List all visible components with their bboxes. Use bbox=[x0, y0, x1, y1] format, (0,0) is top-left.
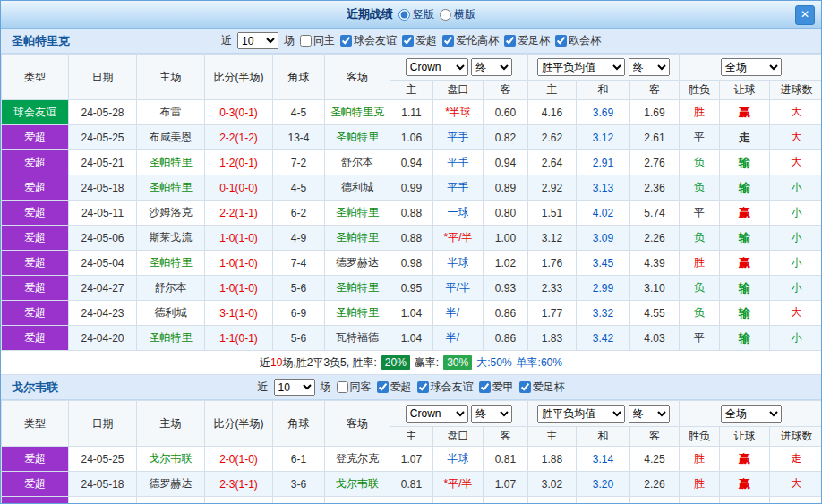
odds-home: 0.95 bbox=[390, 276, 433, 301]
odds-away: 0.80 bbox=[484, 201, 528, 226]
league-filter-checkbox[interactable] bbox=[417, 381, 429, 393]
league-filter-option[interactable]: 爱足杯 bbox=[519, 380, 565, 395]
league-filter-option[interactable]: 欧会杯 bbox=[555, 33, 601, 48]
scope-select[interactable]: 全场 bbox=[721, 58, 782, 76]
match-row: 爱超 24-04-23 德利城 3-1(1-0) 6-9 圣帕特里 1.04 半… bbox=[2, 301, 822, 326]
recent-results-window: 近期战绩 竖版 横版 ✕ 圣帕特里克 近 10 场 同主 球会友谊爱超爱伦高杯爱… bbox=[0, 0, 822, 504]
home-team[interactable]: 圣帕特里 bbox=[137, 150, 205, 175]
league-filter-option[interactable]: 爱超 bbox=[402, 33, 437, 48]
corner-count: 5-6 bbox=[273, 276, 325, 301]
away-team[interactable]: 斯莱戈流 bbox=[325, 497, 390, 504]
col-away-header: 客场 bbox=[325, 55, 390, 100]
avg-home-odds: 1.76 bbox=[528, 251, 577, 276]
layout-vertical-option[interactable]: 竖版 bbox=[398, 7, 434, 22]
home-team[interactable]: 布咸美恩 bbox=[137, 125, 205, 150]
result-wdl: 负 bbox=[680, 276, 720, 301]
odds-home: 0.99 bbox=[390, 175, 433, 201]
league-filter-option[interactable]: 球会友谊 bbox=[417, 380, 474, 395]
avg-odds-select[interactable]: 胜平负均值 bbox=[537, 405, 625, 423]
away-team[interactable]: 圣帕特里 bbox=[325, 201, 390, 226]
same-venue-filter[interactable]: 同客 bbox=[337, 380, 372, 395]
result-handicap: 赢 bbox=[720, 472, 770, 497]
avg-odds-select[interactable]: 胜平负均值 bbox=[537, 58, 625, 76]
league-filter-checkbox[interactable] bbox=[377, 381, 389, 393]
same-venue-checkbox[interactable] bbox=[300, 35, 312, 47]
score: 0-1(0-0) bbox=[205, 175, 273, 201]
league-filter-option[interactable]: 爱超 bbox=[377, 380, 412, 395]
home-team[interactable]: 德利城 bbox=[137, 301, 205, 326]
vertical-radio[interactable] bbox=[398, 9, 410, 21]
avg-home-odds: 3.12 bbox=[528, 226, 577, 251]
corner-count: 6-9 bbox=[273, 301, 325, 326]
away-team[interactable]: 圣帕特里 bbox=[325, 226, 390, 251]
avg-draw-odds: 3.45 bbox=[577, 251, 630, 276]
league-filter-checkbox[interactable] bbox=[555, 35, 567, 47]
result-wdl: 负 bbox=[680, 301, 720, 326]
odds-away: 0.81 bbox=[484, 447, 528, 472]
layout-horizontal-option[interactable]: 横版 bbox=[440, 7, 475, 22]
home-team[interactable]: 戈尔韦联 bbox=[137, 497, 205, 504]
avg-draw-odds: 3.69 bbox=[577, 100, 630, 125]
match-count-select[interactable]: 10 bbox=[237, 32, 278, 49]
home-team[interactable]: 沙姆洛克 bbox=[137, 201, 205, 226]
away-team[interactable]: 戈尔韦联 bbox=[325, 472, 390, 497]
bookmaker-select[interactable]: Crown bbox=[406, 58, 468, 76]
match-row: 爱超 24-05-25 布咸美恩 2-2(1-2) 13-4 圣帕特里 1.06… bbox=[2, 125, 822, 150]
away-team[interactable]: 舒尔本 bbox=[325, 150, 390, 175]
match-row: 爱超 24-04-20 圣帕特里 1-1(0-1) 5-6 瓦特福德 1.04 … bbox=[2, 326, 822, 351]
away-team[interactable]: 圣帕特里 bbox=[325, 301, 390, 326]
away-team[interactable]: 圣帕特里 bbox=[325, 276, 390, 301]
away-team[interactable]: 德利城 bbox=[325, 175, 390, 201]
summary-text: 近10场,胜2平3负5, 胜率: bbox=[260, 355, 377, 371]
league-filter-list: 球会友谊爱超爱伦高杯爱足杯欧会杯 bbox=[340, 33, 601, 48]
home-team[interactable]: 圣帕特里 bbox=[137, 326, 205, 351]
same-venue-checkbox[interactable] bbox=[337, 381, 348, 393]
league-filter-option[interactable]: 球会友谊 bbox=[340, 33, 397, 48]
col-away-header: 客场 bbox=[325, 401, 390, 447]
col-corner-header: 角球 bbox=[273, 55, 325, 100]
horizontal-radio[interactable] bbox=[440, 9, 451, 21]
home-team[interactable]: 圣帕特里 bbox=[137, 251, 205, 276]
league-filter-option[interactable]: 爱足杯 bbox=[504, 33, 550, 48]
same-venue-filter[interactable]: 同主 bbox=[300, 33, 335, 48]
match-count-select[interactable]: 10 bbox=[274, 379, 315, 396]
result-goals: 大 bbox=[770, 150, 822, 175]
avg-final-select[interactable]: 终 bbox=[629, 58, 670, 76]
results-table-1: 类型 日期 主场 比分(半场) 角球 客场 Crown 终 胜平负均值 终 全场 bbox=[1, 54, 822, 351]
league-filter-option[interactable]: 爱甲 bbox=[479, 380, 514, 395]
league-filter-checkbox[interactable] bbox=[519, 381, 531, 393]
home-team[interactable]: 圣帕特里 bbox=[137, 175, 205, 201]
home-team[interactable]: 斯莱戈流 bbox=[137, 226, 205, 251]
col-goals-header: 进球数 bbox=[770, 427, 822, 447]
result-handicap: 赢 bbox=[720, 447, 770, 472]
league-filter-option[interactable]: 爱伦高杯 bbox=[442, 33, 499, 48]
home-team[interactable]: 德罗赫达 bbox=[137, 472, 205, 497]
home-team[interactable]: 布雷 bbox=[137, 100, 205, 125]
final-odds-select[interactable]: 终 bbox=[471, 58, 512, 76]
away-team[interactable]: 瓦特福德 bbox=[325, 326, 390, 351]
col-score-header: 比分(半场) bbox=[205, 401, 273, 447]
final-odds-select[interactable]: 终 bbox=[471, 405, 512, 423]
result-wdl: 胜 bbox=[680, 472, 720, 497]
close-button[interactable]: ✕ bbox=[795, 5, 815, 25]
home-team[interactable]: 戈尔韦联 bbox=[137, 447, 205, 472]
scope-select[interactable]: 全场 bbox=[721, 405, 782, 423]
match-row: 爱超 24-05-11 戈尔韦联 0-0(0-0) 5-3 斯莱戈流 1.06 … bbox=[2, 497, 822, 504]
league-filter-checkbox[interactable] bbox=[504, 35, 516, 47]
avg-group-header: 胜平负均值 终 bbox=[528, 55, 680, 81]
league-filter-checkbox[interactable] bbox=[402, 35, 414, 47]
league-filter-checkbox[interactable] bbox=[479, 381, 491, 393]
avg-final-select[interactable]: 终 bbox=[629, 405, 670, 423]
league-filter-checkbox[interactable] bbox=[442, 35, 454, 47]
away-team[interactable]: 登克尔克 bbox=[325, 447, 390, 472]
away-team[interactable]: 圣帕特里克 bbox=[325, 100, 390, 125]
home-team[interactable]: 舒尔本 bbox=[137, 276, 205, 301]
league-filter-checkbox[interactable] bbox=[340, 35, 352, 47]
away-team[interactable]: 德罗赫达 bbox=[325, 251, 390, 276]
odds-home: 0.98 bbox=[390, 251, 433, 276]
avg-home-odds: 4.16 bbox=[528, 100, 577, 125]
match-row: 爱超 24-05-18 圣帕特里 0-1(0-0) 4-5 德利城 0.99 平… bbox=[2, 175, 822, 201]
away-team[interactable]: 圣帕特里 bbox=[325, 125, 390, 150]
bookmaker-select[interactable]: Crown bbox=[406, 405, 468, 423]
result-handicap: 赢 bbox=[720, 251, 770, 276]
